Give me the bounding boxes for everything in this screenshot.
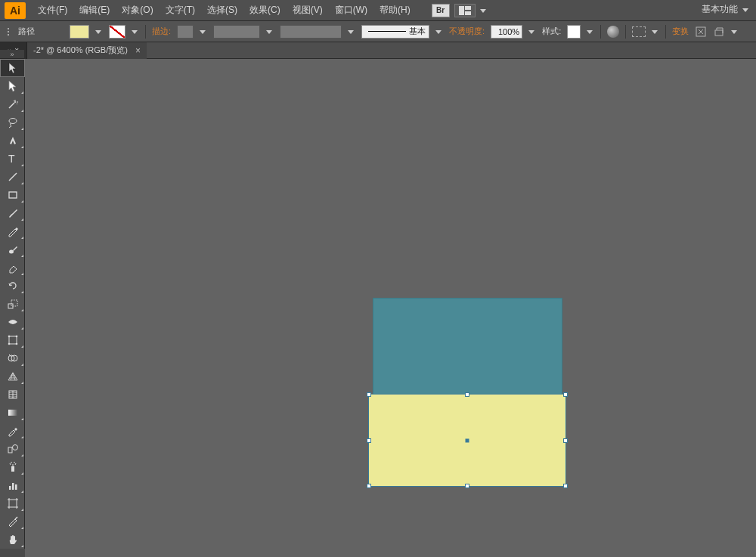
document-tab[interactable]: -2* @ 6400% (RGB/预览) ×	[27, 42, 147, 59]
brush-dropdown-icon[interactable]	[435, 28, 443, 36]
toolpanel-collapse-button[interactable]	[0, 50, 24, 59]
optionsbar-grip[interactable]	[8, 28, 12, 36]
sel-handle-br-icon[interactable]	[563, 484, 568, 488]
sel-handle-tl-icon[interactable]	[367, 392, 371, 397]
lasso-tool[interactable]	[0, 113, 25, 132]
svg-rect-2	[465, 11, 471, 15]
document-tab-title: -2* @ 6400% (RGB/预览)	[33, 45, 128, 56]
bridge-button[interactable]: Br	[432, 4, 450, 17]
document-tabbar: × -2* @ 6400% (RGB/预览) ×	[0, 42, 756, 59]
mesh-tool[interactable]	[0, 385, 25, 404]
transform-label[interactable]: 变换	[672, 26, 689, 37]
sel-handle-tc-icon[interactable]	[465, 392, 469, 397]
workspace-switcher[interactable]: 基本功能	[702, 3, 750, 16]
opacity-label: 不透明度:	[449, 26, 485, 37]
svg-point-14	[8, 336, 10, 338]
sel-handle-ml-icon[interactable]	[367, 438, 371, 443]
sel-handle-mr-icon[interactable]	[563, 438, 568, 443]
rotate-tool[interactable]	[0, 277, 25, 295]
slice-tool[interactable]	[0, 512, 25, 531]
blob-brush-tool[interactable]	[0, 240, 25, 258]
canvas-shape-yellow-selected[interactable]	[369, 395, 565, 486]
arrange-documents-button[interactable]	[454, 4, 476, 17]
opacity-dropdown-icon[interactable]	[528, 28, 536, 36]
menu-window[interactable]: 窗口(W)	[329, 0, 373, 20]
svg-rect-4	[715, 30, 723, 36]
recolor-artwork-icon[interactable]	[607, 26, 619, 38]
svg-rect-28	[9, 500, 17, 507]
menu-view[interactable]: 视图(V)	[287, 0, 329, 20]
select-similar-icon[interactable]	[713, 26, 725, 38]
style-dropdown-icon[interactable]	[587, 28, 594, 36]
shape-builder-tool[interactable]	[0, 349, 25, 367]
variable-width-profile-field[interactable]	[213, 25, 260, 39]
menu-effect[interactable]: 效果(C)	[243, 0, 287, 20]
svg-rect-25	[9, 486, 11, 490]
svg-rect-13	[9, 336, 17, 344]
sel-center-icon	[466, 438, 469, 442]
menu-object[interactable]: 对象(O)	[116, 0, 159, 20]
canvas-area[interactable]	[25, 59, 756, 557]
fill-dropdown-icon[interactable]	[95, 28, 103, 36]
menu-file[interactable]: 文件(F)	[32, 0, 73, 20]
sel-handle-bl-icon[interactable]	[367, 484, 371, 488]
stroke-weight-field[interactable]	[177, 25, 194, 39]
pen-tool[interactable]	[0, 132, 25, 150]
menubar: Ai 文件(F) 编辑(E) 对象(O) 文字(T) 选择(S) 效果(C) 视…	[0, 0, 756, 21]
menu-help[interactable]: 帮助(H)	[373, 0, 417, 20]
blend-tool[interactable]	[0, 440, 25, 458]
isolate-icon[interactable]	[695, 26, 707, 38]
fill-color-swatch[interactable]	[70, 25, 89, 39]
menu-edit[interactable]: 编辑(E)	[73, 0, 116, 20]
more-options-dropdown-icon[interactable]	[731, 28, 739, 36]
direct-selection-tool[interactable]	[0, 77, 25, 95]
menu-type[interactable]: 文字(T)	[160, 0, 201, 20]
arrange-dropdown-icon[interactable]	[480, 7, 488, 14]
artboard-tool[interactable]	[0, 494, 25, 512]
eyedropper-tool[interactable]	[0, 422, 25, 440]
gradient-tool[interactable]	[0, 404, 25, 422]
eraser-tool[interactable]	[0, 258, 25, 277]
stroke-dropdown-icon[interactable]	[132, 28, 139, 36]
menu-select[interactable]: 选择(S)	[201, 0, 243, 20]
svg-point-17	[15, 343, 17, 345]
brush-definition-field[interactable]	[280, 25, 342, 39]
brush-def-dropdown-icon[interactable]	[348, 28, 355, 36]
magic-wand-tool[interactable]	[0, 95, 25, 113]
free-transform-tool[interactable]	[0, 331, 25, 349]
svg-point-16	[8, 343, 10, 345]
svg-rect-27	[15, 484, 17, 490]
workspace-label: 基本功能	[702, 3, 738, 16]
workspace-dropdown-icon	[742, 6, 750, 14]
canvas-shape-teal[interactable]	[373, 298, 562, 395]
sel-handle-tr-icon[interactable]	[563, 392, 568, 397]
stroke-color-swatch[interactable]	[109, 25, 125, 39]
align-button-icon[interactable]	[632, 26, 646, 37]
brush-field[interactable]: 基本	[361, 25, 429, 39]
selection-tool[interactable]	[0, 59, 25, 77]
align-dropdown-icon[interactable]	[652, 28, 659, 36]
svg-rect-1	[465, 6, 471, 10]
rectangle-tool[interactable]	[0, 186, 25, 204]
svg-text:T: T	[8, 153, 15, 165]
stroke-label: 描边:	[152, 26, 171, 37]
scale-tool[interactable]	[0, 295, 25, 313]
vw-profile-dropdown-icon[interactable]	[266, 28, 274, 36]
paintbrush-tool[interactable]	[0, 204, 25, 222]
selection-type-label: 路径	[18, 26, 35, 37]
perspective-grid-tool[interactable]	[0, 367, 25, 385]
stroke-weight-dropdown-icon[interactable]	[200, 28, 207, 36]
graphic-style-swatch[interactable]	[567, 25, 581, 39]
pencil-tool[interactable]	[0, 222, 25, 240]
symbol-sprayer-tool[interactable]	[0, 458, 25, 476]
line-segment-tool[interactable]	[0, 168, 25, 186]
close-tab-icon[interactable]: ×	[135, 45, 141, 56]
column-graph-tool[interactable]	[0, 476, 25, 494]
hand-tool[interactable]	[0, 531, 25, 549]
width-tool[interactable]	[0, 313, 25, 331]
svg-point-6	[9, 119, 17, 124]
opacity-field[interactable]: 100%	[491, 25, 522, 39]
type-tool[interactable]: T	[0, 150, 25, 168]
sel-handle-bc-icon[interactable]	[465, 484, 469, 488]
svg-rect-11	[8, 304, 13, 308]
